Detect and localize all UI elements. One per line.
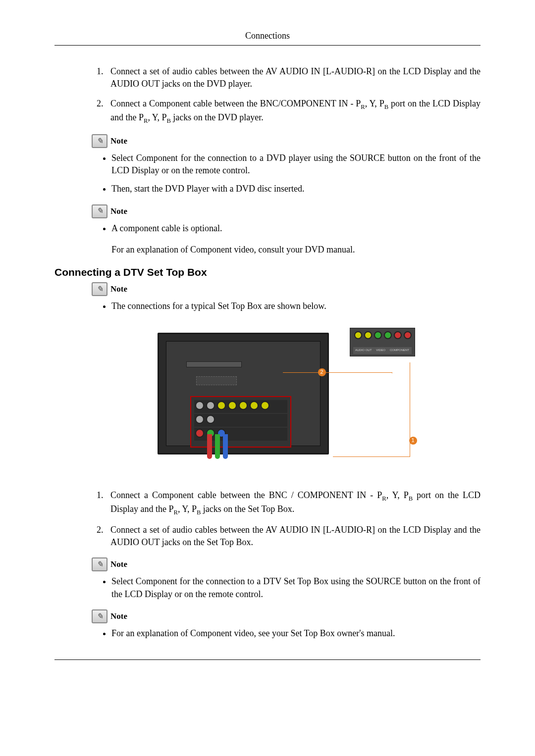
sub-r: R — [174, 508, 178, 515]
t: , Y, P — [148, 112, 166, 122]
callout-1: 1 — [409, 437, 417, 445]
footer-rule — [54, 659, 481, 660]
t: Connect a Component cable between the BN… — [110, 99, 361, 108]
stb-label-video: VIDEO — [376, 348, 385, 352]
content-area: Connect a set of audio cables between th… — [92, 65, 481, 640]
stb-label-audio: AUDIO OUT — [355, 348, 372, 352]
note-label: Note — [110, 558, 127, 570]
sub-r: R — [382, 495, 386, 502]
sub-b: B — [166, 117, 170, 124]
note-block-4: ✎ Note — [92, 557, 481, 571]
sub-r: R — [361, 103, 365, 110]
jack — [195, 415, 204, 424]
header-title: Connections — [245, 31, 290, 41]
note-label: Note — [110, 610, 127, 622]
stb-jack — [354, 331, 362, 339]
set-top-box: AUDIO OUT VIDEO COMPONENT — [350, 328, 415, 356]
cable-red — [207, 434, 212, 459]
jack — [250, 401, 259, 410]
step-bottom-1: Connect a Component cable between the BN… — [106, 489, 481, 517]
t: , Y, P — [386, 490, 409, 500]
diagram-wrap: AUDIO OUT VIDEO COMPONENT 1 2 — [92, 323, 481, 471]
step-top-1: Connect a set of audio cables between th… — [106, 65, 481, 90]
steps-bottom: Connect a Component cable between the BN… — [92, 489, 481, 549]
tv-slot — [186, 361, 242, 367]
connection-line-1 — [333, 362, 410, 457]
bullet-e1: For an explanation of Component video, s… — [111, 627, 481, 640]
t: jacks on the Set Top Box. — [201, 504, 294, 514]
jack — [195, 401, 204, 410]
jack-pr — [195, 429, 204, 438]
jack — [217, 401, 226, 410]
stb-jacks — [353, 331, 412, 340]
note-icon: ✎ — [92, 609, 107, 623]
note-icon: ✎ — [92, 204, 107, 218]
stb-jack — [384, 331, 392, 339]
stb-labels: AUDIO OUT VIDEO COMPONENT — [353, 347, 412, 354]
note-icon: ✎ — [92, 557, 107, 571]
callout-2: 2 — [318, 368, 326, 376]
jack — [206, 415, 215, 424]
component-cables — [207, 434, 237, 464]
connection-diagram: AUDIO OUT VIDEO COMPONENT 1 2 — [158, 323, 415, 471]
steps-top: Connect a set of audio cables between th… — [92, 65, 481, 125]
bullet-a1: Select Component for the connection to a… — [111, 152, 481, 177]
section-heading: Connecting a DTV Set Top Box — [54, 265, 481, 279]
note-icon: ✎ — [92, 134, 107, 148]
note-label: Note — [110, 205, 127, 217]
jack — [239, 401, 248, 410]
note-block-2: ✎ Note — [92, 204, 481, 218]
jack — [261, 401, 269, 410]
bullet-d1: Select Component for the connection to a… — [111, 575, 481, 600]
stb-jack — [364, 331, 372, 339]
bullets-e: For an explanation of Component video, s… — [92, 627, 481, 640]
connector-panel — [190, 396, 291, 448]
para-b: For an explanation of Component video, c… — [111, 244, 481, 256]
tv-bar — [196, 376, 237, 385]
t: , Y, P — [365, 99, 384, 108]
tv-inner — [166, 341, 321, 446]
bullets-d: Select Component for the connection to a… — [92, 575, 481, 600]
cable-green — [215, 434, 220, 459]
stb-jack — [374, 331, 382, 339]
bullet-b1: A component cable is optional. — [111, 222, 481, 235]
bullets-b: A component cable is optional. — [92, 222, 481, 235]
jack — [228, 401, 237, 410]
t: , Y, P — [178, 504, 197, 514]
stb-label-component: COMPONENT — [390, 348, 409, 352]
page-header: Connections — [54, 30, 481, 46]
t: Connect a Component cable between the BN… — [110, 490, 382, 500]
bullet-c1: The connections for a typical Set Top Bo… — [111, 300, 481, 312]
step-bottom-2: Connect a set of audio cables between th… — [106, 524, 481, 549]
panel-row-2 — [194, 414, 287, 427]
note-icon: ✎ — [92, 282, 107, 296]
step-top-1-text: Connect a set of audio cables between th… — [110, 66, 481, 89]
stb-jack — [404, 331, 412, 339]
sub-b: B — [384, 103, 388, 110]
lcd-display — [158, 333, 329, 454]
stb-jack — [394, 331, 402, 339]
step-top-2: Connect a Component cable between the BN… — [106, 98, 481, 125]
connection-line-2 — [283, 372, 392, 373]
note-label: Note — [110, 135, 127, 147]
jack — [206, 401, 215, 410]
t: jacks on the DVD player. — [171, 112, 264, 122]
bullets-c: The connections for a typical Set Top Bo… — [92, 300, 481, 312]
note-label: Note — [110, 283, 127, 295]
panel-row-1 — [194, 400, 287, 413]
bullet-a2: Then, start the DVD Player with a DVD di… — [111, 183, 481, 195]
note-block-1: ✎ Note — [92, 134, 481, 148]
cable-blue — [223, 434, 228, 459]
bullets-a: Select Component for the connection to a… — [92, 152, 481, 196]
sub-b: B — [409, 495, 413, 502]
note-block-3: ✎ Note — [92, 282, 481, 296]
note-block-5: ✎ Note — [92, 609, 481, 623]
